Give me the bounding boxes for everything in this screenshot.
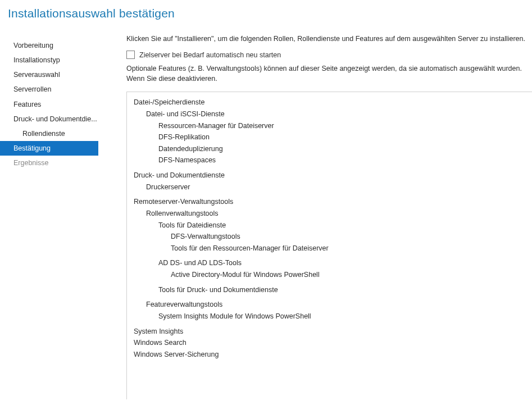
tree-node: AD DS- und AD LDS-Tools xyxy=(134,257,525,269)
sidebar-item-installationstyp[interactable]: Installationstyp xyxy=(0,53,98,67)
tree-node-label: DFS-Verwaltungstools xyxy=(171,231,525,243)
intro-text: Klicken Sie auf "Installieren", um die f… xyxy=(126,35,532,43)
tree-node-label: AD DS- und AD LDS-Tools xyxy=(158,257,525,269)
tree-node: Tools für Druck- und Dokumentdienste xyxy=(134,284,525,296)
tree-node-label: Druckerserver xyxy=(146,181,525,193)
tree-node: Rollenverwaltungstools xyxy=(134,208,525,220)
tree-node-label: Tools für den Ressourcen-Manager für Dat… xyxy=(171,243,525,254)
tree-node: Datei-/Speicherdienste xyxy=(134,97,525,108)
wizard-steps-sidebar: VorbereitungInstallationstypServerauswah… xyxy=(0,27,98,405)
tree-node-label: Windows Server-Sicherung xyxy=(134,349,525,361)
tree-node: Druckerserver xyxy=(134,181,525,193)
tree-node-label: Datei-/Speicherdienste xyxy=(134,97,525,108)
sidebar-item-druck-und-dokumentdie[interactable]: Druck- und Dokumentdie... xyxy=(0,112,98,126)
tree-node-label: DFS-Replikation xyxy=(158,131,525,143)
sidebar-item-serverrollen[interactable]: Serverrollen xyxy=(0,82,98,97)
sidebar-item-best-tigung[interactable]: Bestätigung xyxy=(0,141,98,156)
autorestart-label: Zielserver bei Bedarf automatisch neu st… xyxy=(139,51,281,59)
tree-node: Remoteserver-Verwaltungstools xyxy=(134,196,525,208)
sidebar-item-serverauswahl[interactable]: Serverauswahl xyxy=(0,67,98,82)
tree-node-label: Tools für Dateidienste xyxy=(158,220,525,231)
sidebar-item-ergebnisse: Ergebnisse xyxy=(0,156,98,170)
page-title: Installationsauswahl bestätigen xyxy=(0,0,532,27)
tree-node: System Insights Module for Windows Power… xyxy=(134,311,525,322)
tree-node-label: Tools für Druck- und Dokumentdienste xyxy=(158,284,525,296)
selection-tree: Datei-/SpeicherdiensteDatei- und iSCSI-D… xyxy=(126,92,532,399)
tree-node: Tools für den Ressourcen-Manager für Dat… xyxy=(134,243,525,254)
tree-node-label: Active Directory-Modul für Windows Power… xyxy=(171,269,525,281)
tree-node: Tools für Dateidienste xyxy=(134,220,525,231)
tree-node-label: System Insights xyxy=(134,326,525,338)
tree-node-label: Ressourcen-Manager für Dateiserver xyxy=(158,120,525,132)
body: VorbereitungInstallationstypServerauswah… xyxy=(0,27,532,405)
tree-node: System Insights xyxy=(134,326,525,338)
sidebar-item-rollendienste[interactable]: Rollendienste xyxy=(0,126,98,141)
tree-node: Windows Server-Sicherung xyxy=(134,349,525,361)
sidebar-item-features[interactable]: Features xyxy=(0,97,98,112)
tree-node: DFS-Namespaces xyxy=(134,154,525,166)
tree-node: Datendeduplizierung xyxy=(134,143,525,155)
tree-node: Featureverwaltungstools xyxy=(134,299,525,311)
tree-node-label: Featureverwaltungstools xyxy=(146,299,525,311)
tree-node: Active Directory-Modul für Windows Power… xyxy=(134,269,525,281)
sidebar-item-vorbereitung[interactable]: Vorbereitung xyxy=(0,38,98,53)
tree-node-label: DFS-Namespaces xyxy=(158,154,525,166)
tree-node-label: System Insights Module for Windows Power… xyxy=(158,311,525,322)
tree-node: Datei- und iSCSI-Dienste xyxy=(134,108,525,120)
tree-node-label: Remoteserver-Verwaltungstools xyxy=(134,196,525,208)
tree-node: DFS-Replikation xyxy=(134,131,525,143)
optional-features-note: Optionale Features (z. B. Verwaltungstoo… xyxy=(126,63,532,84)
tree-node-label: Datei- und iSCSI-Dienste xyxy=(146,108,525,120)
tree-node-label: Druck- und Dokumentdienste xyxy=(134,170,525,181)
wizard-window: Installationsauswahl bestätigen Vorberei… xyxy=(0,0,532,405)
tree-node: Ressourcen-Manager für Dateiserver xyxy=(134,120,525,132)
autorestart-row[interactable]: Zielserver bei Bedarf automatisch neu st… xyxy=(126,51,532,59)
tree-node-label: Datendeduplizierung xyxy=(158,143,525,155)
tree-node-label: Windows Search xyxy=(134,337,525,349)
tree-node: DFS-Verwaltungstools xyxy=(134,231,525,243)
tree-node: Windows Search xyxy=(134,337,525,349)
tree-node: Druck- und Dokumentdienste xyxy=(134,170,525,181)
tree-node-label: Rollenverwaltungstools xyxy=(146,208,525,220)
content-area: Klicken Sie auf "Installieren", um die f… xyxy=(98,27,532,405)
autorestart-checkbox[interactable] xyxy=(126,51,135,59)
